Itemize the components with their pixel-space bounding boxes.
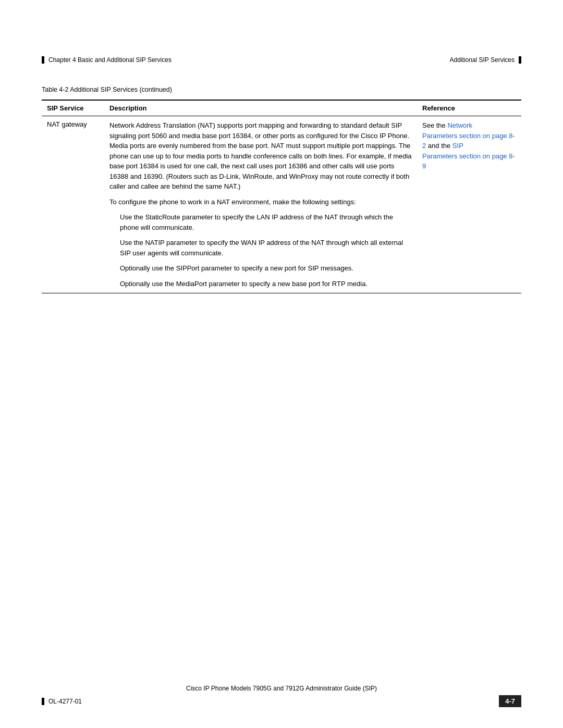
- description-para-2: To configure the phone to work in a NAT …: [109, 197, 412, 207]
- header-left: Chapter 4 Basic and Additional SIP Servi…: [42, 56, 172, 64]
- header-chapter-text: Chapter 4 Basic and Additional SIP Servi…: [48, 56, 172, 64]
- header-left-bar: [42, 56, 44, 64]
- footer-left-bar: [42, 698, 44, 705]
- col-header-service: SIP Service: [42, 100, 104, 116]
- footer-page-number: 4-7: [499, 695, 521, 707]
- description-cell: Network Address Translation (NAT) suppor…: [104, 116, 417, 293]
- reference-text-connector: and the: [426, 142, 452, 150]
- header-section-text: Additional SIP Services: [449, 56, 515, 64]
- footer-doc-number: OL-4277-01: [48, 698, 82, 705]
- description-indent-1: Use the StaticRoute parameter to specify…: [120, 212, 412, 232]
- col-header-description: Description: [104, 100, 417, 116]
- footer-bottom: OL-4277-01 4-7: [0, 695, 563, 707]
- reference-text-prefix: See the: [422, 121, 447, 129]
- table-row: NAT gateway Network Address Translation …: [42, 116, 521, 293]
- description-para-1: Network Address Translation (NAT) suppor…: [109, 120, 412, 192]
- table-caption: Table 4-2 Additional SIP Services (conti…: [42, 86, 521, 93]
- description-indent-2: Use the NATIP parameter to specify the W…: [120, 238, 412, 258]
- header-right-bar: [519, 56, 521, 64]
- service-cell: NAT gateway: [42, 116, 104, 293]
- description-indent-3: Optionally use the SIPPort parameter to …: [120, 263, 412, 274]
- header-right: Additional SIP Services: [449, 56, 521, 64]
- footer-left: OL-4277-01: [42, 698, 82, 705]
- main-table: SIP Service Description Reference NAT ga…: [42, 100, 521, 293]
- col-header-reference: Reference: [417, 100, 521, 116]
- reference-cell: See the Network Parameters section on pa…: [417, 116, 521, 293]
- page-header: Chapter 4 Basic and Additional SIP Servi…: [0, 56, 563, 64]
- page: Chapter 4 Basic and Additional SIP Servi…: [0, 0, 563, 728]
- description-indent-4: Optionally use the MediaPort parameter t…: [120, 279, 412, 289]
- table-section: Table 4-2 Additional SIP Services (conti…: [42, 86, 521, 293]
- page-footer: Cisco IP Phone Models 7905G and 7912G Ad…: [0, 685, 563, 707]
- table-header-row: SIP Service Description Reference: [42, 100, 521, 116]
- footer-center-text: Cisco IP Phone Models 7905G and 7912G Ad…: [0, 685, 563, 692]
